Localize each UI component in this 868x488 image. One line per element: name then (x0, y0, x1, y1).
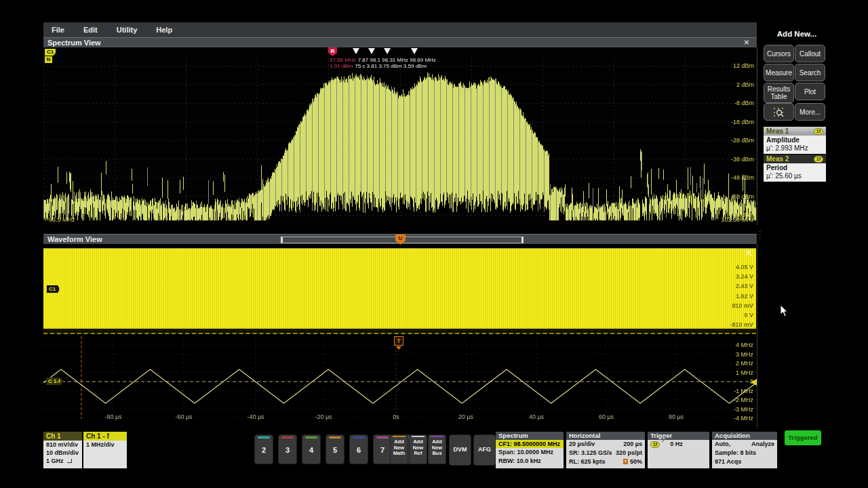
zero-level-arrow-icon[interactable] (751, 379, 757, 386)
sample-bits-value: Sample: 8 bits (712, 449, 777, 458)
ch1-setting-row: 810 mV/div (43, 441, 82, 449)
meas1-badge[interactable]: Meas 11f Amplitude µ': 2.993 MHz (764, 127, 826, 154)
trigger-settings-box[interactable]: Trigger 1f 0 Hz (648, 432, 709, 468)
c1-frequency-trace[interactable] (43, 369, 757, 403)
time-label: -80 µs (104, 413, 121, 420)
voltage-label: 0 V (744, 312, 753, 319)
c1-badge[interactable]: C1 (45, 49, 56, 56)
add-color-stripe (393, 436, 406, 437)
peak-marker-icon[interactable] (384, 48, 391, 54)
peak-marker-icon[interactable] (411, 48, 418, 54)
spectrum-channel-badge[interactable]: C1 N (45, 49, 56, 63)
frequency-label: -4 MHz (734, 415, 753, 422)
add-new-more-button[interactable]: More... (795, 103, 825, 121)
frequency-label: -1 MHz (734, 388, 753, 394)
add-new-results-table-button[interactable]: Results Table (764, 83, 794, 103)
peak-marker-icon[interactable] (368, 48, 375, 54)
ch1-f-setting-row: 1 MHz/div (83, 441, 127, 449)
add-color-stripe (412, 436, 425, 437)
spectrum-settings-box[interactable]: Spectrum CF1: 98.5000000 MHz Span: 10.00… (496, 432, 564, 468)
ch1-badge-card[interactable]: Ch 1 810 mV/div10 dBm/div1 GHz (43, 432, 82, 468)
channel-7-button[interactable]: 7 (373, 434, 392, 464)
close-icon[interactable]: ✕ (742, 38, 751, 47)
add-button-label: Add New Math (391, 439, 408, 457)
waveform-handle-icon[interactable]: ⇱ (747, 249, 753, 258)
zoom-tool-button[interactable] (764, 103, 794, 121)
center-frequency-value[interactable]: CF1: 98.5000000 MHz (496, 440, 564, 448)
dvm-button[interactable]: DVM (449, 434, 471, 466)
acq-analyze-label: Analyze (751, 440, 774, 449)
channel-4-button[interactable]: 4 (302, 434, 321, 464)
ch1-f-badge-title[interactable]: Ch 1 - f (83, 432, 127, 441)
channel-color-stripe (329, 436, 341, 439)
meas2-type: Period (764, 163, 826, 172)
y-axis-label: -18 dBm (731, 119, 754, 125)
triggered-status-button[interactable]: Triggered (785, 430, 821, 445)
menu-item-edit[interactable]: Edit (75, 26, 108, 34)
normal-trace-badge[interactable]: N (45, 56, 52, 63)
acq-mode-value: Auto, (715, 440, 730, 449)
add-new-measure-button[interactable]: Measure (764, 64, 794, 81)
channel-3-button[interactable]: 3 (278, 434, 297, 464)
add-new-math-button[interactable]: Add New Math (390, 434, 408, 464)
start-frequency-label: 93.5 MHz (49, 216, 75, 223)
channel-6-button[interactable]: 6 (349, 434, 368, 464)
add-new-ref-button[interactable]: Add New Ref (409, 434, 427, 464)
channel-5-button[interactable]: 5 (326, 434, 344, 464)
acquisition-settings-box[interactable]: Acquisition Auto,Analyze Sample: 8 bits … (712, 432, 777, 468)
add-new-plot-button[interactable]: Plot (795, 83, 825, 100)
menu-item-file[interactable]: File (43, 26, 75, 34)
spectrum-trace-canvas (43, 47, 757, 225)
add-new-callout-button[interactable]: Callout (795, 45, 825, 62)
add-new-search-button[interactable]: Search (795, 64, 825, 81)
c1-channel-tag[interactable]: C1 (46, 285, 60, 293)
menu-item-help[interactable]: Help (148, 26, 183, 34)
channel-button-label: 7 (374, 446, 391, 454)
frequency-label: -2 MHz (734, 396, 753, 403)
time-label: 80 µs (669, 413, 684, 420)
add-new-cursors-button[interactable]: Cursors (764, 45, 794, 62)
y-axis-label: -38 dBm (731, 156, 754, 163)
rbw-value: RBW: 10.0 kHz (496, 457, 564, 466)
voltage-label: 810 mV (732, 302, 753, 309)
ch1-setting-row: 1 GHz (43, 457, 82, 465)
y-axis-label: -28 dBm (731, 137, 754, 144)
meas2-badge[interactable]: Meas 21f Period µ': 25.60 µs (764, 155, 826, 182)
position-percent-value: 50% (630, 458, 642, 465)
afg-button[interactable]: AFG (473, 434, 496, 466)
waveform-view-title-bar[interactable]: Waveform View U (43, 234, 757, 244)
add-color-stripe (431, 436, 443, 437)
horizontal-settings-box[interactable]: Horizontal 20 µs/div200 µs SR: 3.125 GS/… (566, 432, 645, 468)
peak-marker-icon[interactable] (353, 48, 359, 54)
y-axis-label: -58 dBm (731, 193, 754, 200)
probe-comp-icon (67, 459, 72, 463)
spectrum-plot-area[interactable]: C1 N R 97.56 MHz7.87 98.1 98.31 MHz 98.6… (43, 47, 757, 225)
meas1-value: µ': 2.993 MHz (764, 144, 826, 154)
ch1-f-badge-card[interactable]: Ch 1 - f 1 MHz/div (83, 432, 127, 468)
horizontal-box-title: Horizontal (566, 432, 645, 440)
ch1-waveform-band[interactable] (43, 248, 756, 328)
rising-edge-icon (662, 441, 668, 448)
zoom-grid-icon (772, 106, 786, 117)
channel-color-stripe (258, 436, 270, 439)
channel-color-stripe (376, 436, 389, 439)
spectrum-view-title-bar[interactable]: Spectrum View ✕ (43, 37, 757, 47)
add-new-bus-button[interactable]: Add New Bus (428, 434, 446, 464)
channel-2-button[interactable]: 2 (254, 434, 273, 464)
time-label: -60 µs (175, 413, 192, 420)
freq-vs-time-plot[interactable] (43, 332, 757, 428)
marker-readout-ampl: 1.91 dBm75 c 3.81 3.75 dBm 3.59 dBm (330, 63, 427, 69)
waveform-view-title: Waveform View (47, 235, 102, 243)
menu-bar: FileEditUtilityHelp (43, 22, 757, 38)
frequency-label: 4 MHz (736, 342, 753, 348)
ch1-badge-title[interactable]: Ch 1 (43, 432, 82, 441)
time-label: 0s (393, 413, 399, 420)
panel-resize-handle[interactable]: ··· (759, 230, 761, 240)
span-value: Span: 10.0000 MHz (496, 448, 564, 457)
time-label: -20 µs (315, 413, 332, 420)
c1-freq-math-tag[interactable]: C 1-f (46, 378, 64, 385)
waveform-plot-area[interactable]: ⇱ 4.05 V3.24 V2.43 V1.62 V810 mV0 V-810 … (43, 244, 757, 428)
channel-color-stripe (305, 436, 317, 439)
menu-item-utility[interactable]: Utility (108, 26, 149, 34)
timebase-value: 20 µs/div (569, 440, 595, 449)
